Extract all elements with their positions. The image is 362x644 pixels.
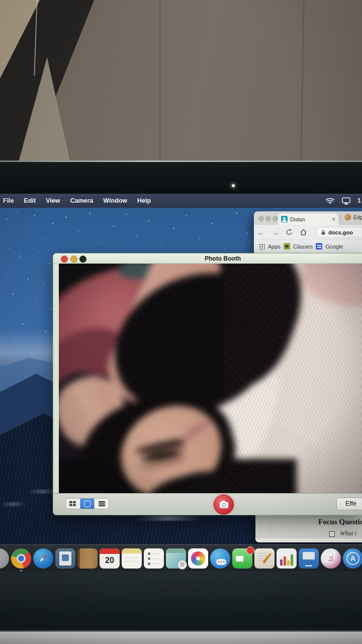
- background-wall: [0, 0, 362, 164]
- photo-booth-toolbar: Effe: [53, 493, 362, 515]
- wall-seam: [300, 0, 305, 164]
- bookmark-classes[interactable]: Classes: [293, 244, 313, 250]
- dock-notes-icon[interactable]: [122, 548, 142, 569]
- dock-app-store-icon[interactable]: A: [343, 548, 362, 569]
- hinge-line: [0, 630, 362, 631]
- view-mode-segmented-control: [65, 498, 109, 509]
- aluminum-body-edge: [0, 631, 362, 644]
- dock-reminders-icon[interactable]: [144, 548, 164, 569]
- starfield-dim: [0, 208, 1, 209]
- dock-facetime-icon[interactable]: [232, 548, 252, 569]
- snow-streak: [135, 516, 202, 521]
- window-bottom-edge: [255, 538, 362, 542]
- dock-pages-icon[interactable]: [254, 548, 275, 569]
- dock-itunes-icon[interactable]: [321, 548, 341, 569]
- camera-indicator-light: [232, 184, 235, 187]
- airplay-icon[interactable]: [341, 197, 351, 205]
- menu-bar: File Edit View Camera Window Help: [0, 194, 362, 208]
- menu-file[interactable]: File: [3, 197, 14, 204]
- google-bookmark-icon[interactable]: [316, 243, 322, 250]
- photographed-laptop-scene: File Edit View Camera Window Help: [0, 0, 362, 644]
- window-control-zoom[interactable]: [273, 216, 278, 221]
- window-title: Photo Booth: [205, 255, 241, 262]
- video-view-button[interactable]: [95, 499, 109, 509]
- edpuzzle-favicon: [344, 214, 351, 220]
- wifi-icon[interactable]: [325, 197, 335, 204]
- bookmark-apps[interactable]: Apps: [268, 244, 281, 250]
- dock-keynote-icon[interactable]: [299, 548, 319, 569]
- window-control-minimize[interactable]: [265, 216, 271, 221]
- chrome-bookmarks-bar: Apps Classes Google: [254, 239, 362, 253]
- single-photo-icon: [84, 501, 90, 507]
- bookmark-google[interactable]: Google: [325, 244, 343, 250]
- menu-view[interactable]: View: [46, 197, 60, 204]
- url-text: docs.goo: [328, 229, 353, 235]
- dock: 20A: [0, 544, 362, 572]
- single-photo-view-button[interactable]: [80, 499, 95, 509]
- dock-row: 20A: [0, 545, 362, 572]
- close-button[interactable]: [61, 256, 68, 263]
- tab-edpuzzle[interactable]: Edp: [344, 214, 362, 220]
- minimize-button[interactable]: [70, 256, 77, 263]
- dock-calendar-icon[interactable]: 20: [100, 548, 120, 569]
- filmstrip-icon: [98, 501, 106, 507]
- dock-messages-icon[interactable]: [210, 548, 230, 569]
- dock-partial-grey-app-icon[interactable]: [0, 548, 9, 569]
- menu-help[interactable]: Help: [137, 197, 151, 204]
- tab-distance-learning[interactable]: Distan ×: [278, 213, 338, 225]
- tab-close-icon[interactable]: ×: [332, 216, 335, 222]
- forward-button[interactable]: →: [268, 228, 282, 236]
- reload-button[interactable]: [282, 228, 296, 236]
- snow-streak: [0, 502, 26, 506]
- camera-icon: [220, 502, 228, 508]
- doc-question-text: What i: [340, 530, 356, 537]
- dock-photos-icon[interactable]: [188, 548, 208, 569]
- screen-bezel: [0, 162, 362, 194]
- menu-window[interactable]: Window: [103, 197, 127, 204]
- doc-checkbox[interactable]: [329, 531, 335, 537]
- address-bar[interactable]: docs.goo: [316, 227, 362, 237]
- menu-camera[interactable]: Camera: [70, 197, 93, 204]
- menu-edit[interactable]: Edit: [24, 197, 36, 204]
- selfie-image: [59, 264, 362, 493]
- lock-icon: [321, 229, 326, 235]
- dock-contacts-icon[interactable]: [77, 548, 98, 569]
- zoom-button[interactable]: [79, 256, 86, 263]
- app-menus: File Edit View Camera Window Help: [0, 197, 151, 204]
- tab-label: Distan: [290, 216, 329, 222]
- effects-button[interactable]: Effe: [336, 498, 362, 510]
- back-button[interactable]: ←: [254, 228, 268, 236]
- tab-label: Edp: [353, 214, 362, 220]
- camera-preview: [59, 264, 362, 493]
- title-bar[interactable]: Photo Booth: [53, 254, 362, 264]
- chrome-window: Distan × Edp ← →: [254, 211, 362, 253]
- home-button[interactable]: [296, 228, 310, 236]
- chrome-tab-strip: Distan × Edp: [254, 211, 362, 225]
- take-photo-button[interactable]: [214, 495, 234, 515]
- status-time-fragment: 1: [357, 197, 361, 204]
- classroom-icon[interactable]: [284, 243, 290, 250]
- dock-mail-icon[interactable]: [55, 548, 75, 569]
- document-window: Focus Question What i: [255, 514, 362, 542]
- four-up-view-button[interactable]: [66, 499, 80, 509]
- window-control-close[interactable]: [258, 216, 264, 221]
- dock-numbers-icon[interactable]: [277, 548, 297, 569]
- icon-label: 20: [100, 553, 120, 569]
- dock-google-chrome-icon[interactable]: [11, 548, 31, 569]
- wall-seam: [159, 0, 161, 164]
- dock-system-preferences-icon[interactable]: [166, 548, 186, 569]
- tab-separator: [340, 215, 341, 222]
- google-docs-favicon: [281, 216, 288, 222]
- apps-grid-icon[interactable]: [259, 244, 265, 250]
- dock-safari-icon[interactable]: [33, 548, 53, 569]
- icon-label: A: [343, 548, 362, 569]
- grid-icon: [69, 501, 76, 507]
- doc-heading: Focus Question: [318, 518, 362, 526]
- photo-booth-window: Photo Booth: [53, 253, 362, 515]
- chrome-toolbar: ← → docs.goo: [254, 225, 362, 239]
